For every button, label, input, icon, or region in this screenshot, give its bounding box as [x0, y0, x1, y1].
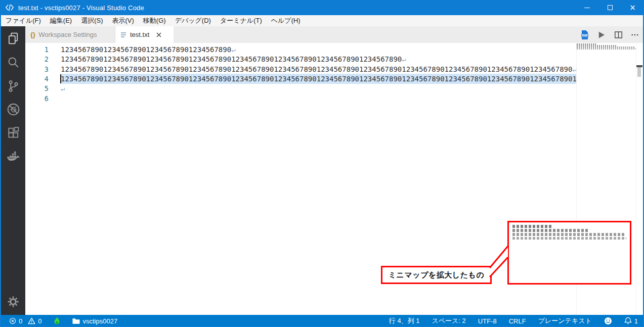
line-text: 1234567890123456789012345678901234567890… — [61, 75, 576, 83]
editor-line[interactable]: 3 12345678901234567890123456789012345678… — [25, 64, 576, 74]
eol-mark: ↵ — [231, 45, 235, 54]
overview-ruler-selection-mark — [637, 67, 641, 77]
notification-count: 1 — [634, 317, 638, 325]
enlarged-minimap-row — [512, 237, 626, 240]
annotation-label-text: ミニマップを拡大したもの — [389, 270, 485, 280]
tab-label: test.txt — [130, 31, 149, 38]
workspace-folder-indicator[interactable]: vsctips0027 — [71, 315, 118, 327]
editor-line[interactable]: 6 — [25, 94, 576, 104]
menu-bar: ファイル(F) 編集(E) 選択(S) 表示(V) 移動(G) デバッグ(D) … — [0, 15, 644, 26]
status-encoding[interactable]: UTF-8 — [477, 315, 498, 327]
search-icon[interactable] — [1, 50, 25, 74]
line-number[interactable]: 3 — [25, 64, 49, 74]
editor-line[interactable]: 2 12345678901234567890123456789012345678… — [25, 54, 576, 64]
vscode-window: test.txt - vsctips0027 - Visual Studio C… — [0, 0, 644, 327]
feedback-smiley[interactable] — [603, 315, 613, 327]
annotation-label: ミニマップを拡大したもの — [381, 266, 492, 284]
error-count: 0 — [19, 317, 22, 325]
tab-strip: {} Workspace Settings test.txt PHP — [25, 26, 643, 43]
extensions-icon[interactable] — [1, 121, 25, 145]
folder-name: vsctips0027 — [82, 317, 117, 325]
close-icon[interactable]: × — [621, 0, 644, 15]
menu-item-debug[interactable]: デバッグ(D) — [170, 15, 216, 26]
minimize-icon[interactable] — [576, 0, 598, 15]
status-indent[interactable]: スペース: 2 — [431, 315, 466, 327]
line-number[interactable]: 5 — [25, 83, 49, 94]
problems-indicator[interactable]: 0 0 — [8, 315, 42, 327]
menu-item-go[interactable]: 移動(G) — [139, 15, 170, 26]
menu-item-view[interactable]: 表示(V) — [108, 15, 139, 26]
menu-item-edit[interactable]: 編集(E) — [46, 15, 76, 26]
smiley-icon — [604, 317, 612, 325]
more-actions-icon[interactable] — [630, 29, 640, 40]
enlarged-minimap-row — [512, 233, 625, 236]
flame-icon — [54, 317, 60, 325]
editor-line-selected[interactable]: 4 12345678901234567890123456789012345678… — [25, 74, 576, 84]
line-text: 1234567890123456789012345678901234567890… — [61, 65, 572, 73]
eol-mark: ↵ — [61, 84, 65, 92]
debug-disabled-icon[interactable] — [1, 98, 25, 121]
vscode-logo-icon[interactable] — [5, 4, 14, 12]
status-language[interactable]: プレーンテキスト — [537, 315, 593, 327]
enlarged-minimap-row — [512, 225, 551, 228]
file-lines-icon — [120, 31, 127, 38]
braces-icon: {} — [30, 31, 35, 38]
line-number[interactable]: 4 — [25, 74, 49, 84]
editor-actions: PHP — [580, 26, 640, 43]
docker-icon[interactable] — [1, 145, 25, 169]
menu-item-file[interactable]: ファイル(F) — [1, 15, 46, 26]
notifications-bell[interactable]: 1 — [623, 315, 639, 327]
status-line-col[interactable]: 行 4、列 1 — [388, 315, 421, 327]
overview-ruler[interactable] — [636, 43, 642, 315]
split-editor-icon[interactable] — [613, 29, 623, 40]
warning-count: 0 — [38, 317, 41, 325]
tab-workspace-settings[interactable]: {} Workspace Settings — [25, 26, 115, 43]
menu-item-selection[interactable]: 選択(S) — [76, 15, 107, 26]
line-number[interactable]: 1 — [25, 44, 49, 55]
editor-line[interactable]: 5 ↵ — [25, 83, 576, 94]
menu-item-help[interactable]: ヘルプ(H) — [267, 15, 305, 26]
line-number[interactable]: 6 — [25, 94, 49, 104]
line-number[interactable]: 2 — [25, 54, 49, 64]
warning-icon — [28, 317, 35, 324]
status-eol[interactable]: CRLF — [508, 315, 527, 327]
eol-mark: ↵ — [402, 55, 406, 63]
tab-label: Workspace Settings — [38, 31, 97, 38]
flame-indicator[interactable] — [53, 315, 61, 327]
window-title: test.txt - vsctips0027 - Visual Studio C… — [18, 4, 144, 12]
eol-mark: ↵ — [572, 65, 576, 73]
editor-content[interactable]: 1 12345678901234567890123456789012345678… — [25, 43, 576, 315]
error-icon — [9, 317, 16, 324]
run-icon[interactable] — [596, 29, 607, 40]
window-border-left — [0, 0, 1, 327]
php-file-icon[interactable]: PHP — [580, 29, 590, 40]
menu-item-terminal[interactable]: ターミナル(T) — [216, 15, 267, 26]
status-bar: 0 0 vsctips0027 — [0, 315, 644, 327]
gear-icon[interactable] — [1, 296, 25, 308]
title-bar: test.txt - vsctips0027 - Visual Studio C… — [0, 0, 644, 15]
tab-close-icon[interactable] — [154, 30, 163, 39]
php-badge-text: PHP — [582, 34, 587, 37]
activity-bar — [1, 26, 25, 315]
source-control-icon[interactable] — [1, 74, 25, 98]
enlarged-minimap-row — [512, 229, 589, 232]
line-text: 1234567890123456789012345678901234567890… — [61, 55, 402, 63]
annotation-zoom-box — [507, 221, 631, 285]
folder-icon — [72, 318, 80, 324]
maximize-icon[interactable] — [598, 0, 621, 15]
explorer-icon[interactable] — [1, 26, 25, 50]
bell-icon — [624, 317, 632, 325]
line-text: 1234567890123456789012345678901234567890 — [61, 45, 231, 54]
editor-line[interactable]: 1 12345678901234567890123456789012345678… — [25, 44, 576, 55]
text-cursor — [60, 74, 61, 83]
tab-test-txt[interactable]: test.txt — [115, 26, 174, 43]
